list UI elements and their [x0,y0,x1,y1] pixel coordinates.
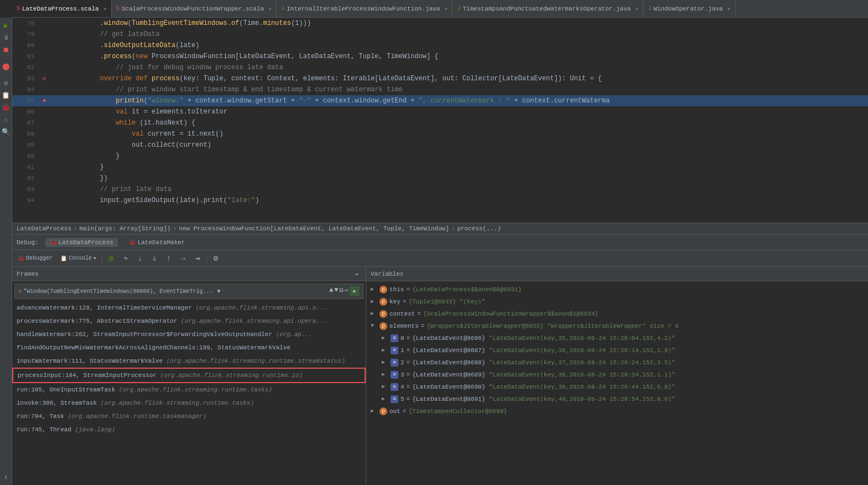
line-content: val current = it.next() [50,130,868,138]
var-eq: = [421,321,425,331]
line-number: 82 [12,64,39,71]
breadcrumb-part-4[interactable]: process(...) [457,225,501,232]
debugger-btn[interactable]: 🐞 Debugger [14,252,56,265]
debug-tab-latedatamaker[interactable]: 🐞 LateDataMaker [124,238,190,247]
frame-name: findAndOutputNewMinWatermarkAcrossAligne… [17,344,290,351]
sidebar-console-icon[interactable]: 📋 [1,90,12,101]
line-content: while (it.hasNext) { [50,119,868,127]
tab-internaliterable[interactable]: J InternalIterableProcessWindowFunction.… [277,0,453,17]
code-line-89: 89 out.collect(current) [12,140,868,151]
expand-icon[interactable]: ▶ [382,394,391,404]
frame-item[interactable]: findAndOutputNewMinWatermarkAcrossAligne… [12,341,366,354]
var-item-context[interactable]: ▶ p context = {ScalaProcessWindowFunctio… [366,308,868,320]
var-item-out[interactable]: ▶ p out = {TimestampedCollector@6899} [366,405,868,417]
tab-latedataprocess[interactable]: S LateDataProcess.scala ✕ [12,0,112,17]
code-editor[interactable]: 78 .window(TumblingEventTimeWindows.of(T… [12,18,868,223]
frames-panel-title: Frames [17,271,39,277]
tab-close-btn[interactable]: ✕ [103,6,107,12]
frame-item-selected[interactable]: processInput:184, StreamInputProcessor (… [12,368,366,383]
frame-item[interactable]: inputWatermark:111, StatusWatermarkValve… [12,354,366,368]
var-eq: = [417,309,421,319]
tab-close-btn[interactable]: ✕ [635,6,638,12]
step-into-btn[interactable]: ↓ [133,252,147,265]
line-content: // get lateData [50,30,868,38]
expand-icon[interactable]: ▶ [382,382,391,392]
line-gutter: ⊘ [39,75,50,82]
frame-item[interactable]: run:105, OneInputStreamTask (org.apache.… [12,383,366,396]
var-value: {ScalaProcessWindowFunctionWrapper$$anon… [423,309,599,319]
debug-tab-latedataprocess[interactable]: 🐞 LateDataProcess [45,238,118,247]
expand-icon[interactable]: ▶ [371,285,380,295]
thread-dropdown[interactable]: ⊙ "Window(TumblingEventTimeWindows(60000… [14,283,363,299]
breadcrumb-sep: › [451,225,455,232]
frame-item[interactable]: run:745, Thread (java.lang) [12,423,366,436]
var-item-3[interactable]: ▶ ≡ 3 = {LateDataEvent@8689} "LateDataEv… [377,369,868,381]
frame-item[interactable]: advanceWatermark:128, InternalTimeServic… [12,301,366,314]
frames-panel-controls: ⇥ [351,269,361,279]
array-icon: ≡ [391,359,398,367]
thread-down-btn[interactable]: ▼ [334,286,338,296]
code-line-93: 93 // print late data [12,184,868,195]
expand-icon[interactable]: ▶ [371,309,380,319]
var-name: 2 [401,358,404,368]
run-to-cursor-btn[interactable]: → [176,252,190,265]
tab-windowoperator[interactable]: J WindowOperator.java ✕ [643,0,735,17]
settings-btn[interactable]: ⚙ [209,252,222,265]
tab-close-btn[interactable]: ✕ [444,6,448,12]
thread-filter-btn[interactable]: ⊟ [340,286,344,296]
console-icon: 📋 [60,255,67,262]
var-item-4[interactable]: ▶ ≡ 4 = {LateDataEvent@8690} "LateDataEv… [377,381,868,393]
expand-icon[interactable]: ▶ [382,333,391,343]
var-value: {LateDataProcess$$anon$8@6931} [412,285,522,295]
variables-tree[interactable]: ▶ p this = {LateDataProcess$$anon$8@6931… [366,281,868,485]
expand-icon[interactable]: ▶ [371,406,380,416]
var-item-this[interactable]: ▶ p this = {LateDataProcess$$anon$8@6931… [366,283,868,296]
tab-close-btn[interactable]: ✕ [268,6,272,12]
sidebar-search-icon[interactable]: 🔍 [1,126,12,137]
breadcrumb-part-1[interactable]: LateDataProcess [17,225,71,232]
var-item-5[interactable]: ▶ ≡ 5 = {LateDataEvent@8691} "LateDataEv… [377,393,868,405]
frames-panel-pin-btn[interactable]: ⇥ [351,269,361,279]
step-out-btn[interactable]: ↑ [162,252,175,265]
frame-item[interactable]: invoke:300, StreamTask (org.apache.flink… [12,396,366,410]
var-item-1[interactable]: ▶ ≡ 1 = {LateDataEvent@8687} "LateDataEv… [377,344,868,357]
expand-icon[interactable]: ▶ [382,358,391,368]
sidebar-record-icon[interactable]: ⬤ [1,61,12,72]
var-item-2[interactable]: ▶ ≡ 2 = {LateDataEvent@8688} "LateDataEv… [377,357,868,369]
frame-item[interactable]: processWatermark:775, AbstractStreamOper… [12,314,366,328]
var-eq: = [407,370,410,380]
frame-item[interactable]: handleWatermark:262, StreamInputProcesso… [12,328,366,341]
var-item-elements[interactable]: ▼ p elements = {Wrappers$JIterableWrappe… [366,320,868,332]
var-item-0[interactable]: ▶ ≡ 0 = {LateDataEvent@8686} "LateDataEv… [377,332,868,344]
frames-list[interactable]: advanceWatermark:128, InternalTimeServic… [12,301,366,485]
java-icon: J [648,6,651,12]
thread-restore-btn[interactable]: ↩ [345,286,349,296]
sidebar-stop-icon[interactable]: ⏹ [1,44,12,55]
tab-scalaprocesswindow[interactable]: S ScalaProcessWindowFunctionWrapper.scal… [112,0,277,17]
show-execution-point-btn[interactable]: ⊙ [105,252,118,265]
thread-up-btn[interactable]: ▲ [329,286,333,296]
expand-icon[interactable]: ▼ [371,321,380,331]
console-btn[interactable]: 📋 Console ▼ [57,252,100,265]
sidebar-down-icon[interactable]: ⬇ [1,472,12,483]
breadcrumb-part-3[interactable]: new ProcessWindowFunction[LateDataEvent,… [179,225,449,232]
expand-icon[interactable]: ▶ [382,370,391,380]
breadcrumb-part-2[interactable]: main(args: Array[String]) [80,225,171,232]
sidebar-warning-icon[interactable]: ⚠ [1,114,12,125]
frame-item[interactable]: run:704, Task (org.apache.flink.runtime.… [12,410,366,423]
sidebar-settings-icon[interactable]: ⚙ [1,78,12,89]
sidebar-run-icon[interactable]: ▶ [1,20,12,31]
expand-icon[interactable]: ▶ [382,345,391,355]
expand-icon[interactable]: ▶ [371,297,380,307]
thread-step-btn[interactable]: ► [350,286,360,296]
var-item-key[interactable]: ▶ p key = {Tuple1@6933} "(key)" [366,296,868,308]
step-over-btn[interactable]: ↷ [119,252,132,265]
tab-close-btn[interactable]: ✕ [727,6,731,12]
debug-label: Debug: [17,239,39,246]
evaluate-btn[interactable]: ⇥ [191,252,204,265]
sidebar-debug-icon[interactable]: 🐞 [1,102,12,113]
tab-timestamps[interactable]: J TimestampsAndPunctuatedWatermarksOpera… [453,0,643,17]
sidebar-pause-icon[interactable]: ⏸ [1,32,12,43]
force-step-into-btn[interactable]: ⇓ [148,252,161,265]
line-number: 93 [12,186,39,193]
